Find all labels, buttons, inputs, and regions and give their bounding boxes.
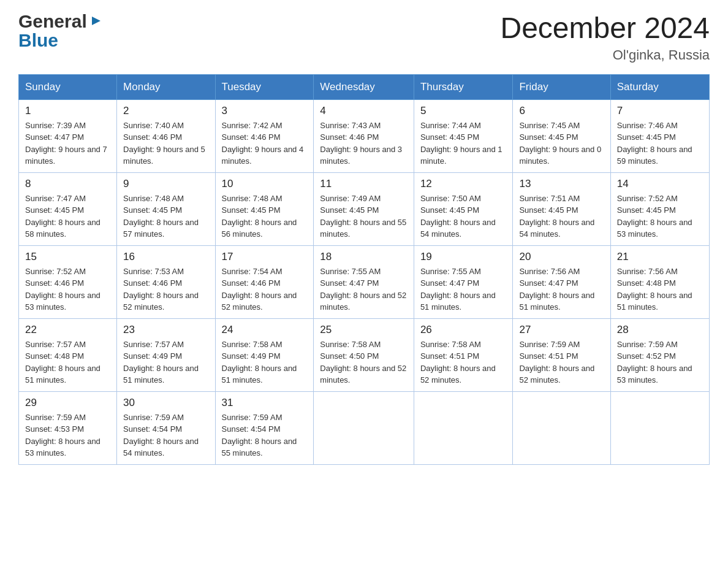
daylight-label: Daylight: 8 hours and 52 minutes.: [123, 291, 199, 312]
day-info: Sunrise: 7:46 AM Sunset: 4:45 PM Dayligh…: [617, 120, 703, 167]
sunset-label: Sunset: 4:54 PM: [123, 424, 182, 434]
day-number: 26: [420, 324, 507, 336]
sunset-label: Sunset: 4:46 PM: [123, 278, 182, 288]
day-number: 6: [519, 105, 604, 117]
daylight-label: Daylight: 8 hours and 54 minutes.: [519, 218, 594, 239]
calendar-cell: 16 Sunrise: 7:53 AM Sunset: 4:46 PM Dayl…: [117, 245, 215, 318]
day-info: Sunrise: 7:47 AM Sunset: 4:45 PM Dayligh…: [25, 193, 110, 240]
daylight-label: Daylight: 8 hours and 52 minutes.: [519, 364, 594, 385]
sunrise-label: Sunrise: 7:43 AM: [320, 121, 381, 130]
day-info: Sunrise: 7:48 AM Sunset: 4:45 PM Dayligh…: [123, 193, 208, 240]
calendar-cell: 26 Sunrise: 7:58 AM Sunset: 4:51 PM Dayl…: [414, 318, 513, 391]
sunrise-label: Sunrise: 7:53 AM: [123, 267, 184, 276]
calendar-cell: 27 Sunrise: 7:59 AM Sunset: 4:51 PM Dayl…: [513, 318, 610, 391]
header-monday: Monday: [117, 74, 215, 99]
day-info: Sunrise: 7:56 AM Sunset: 4:48 PM Dayligh…: [617, 266, 703, 313]
sunrise-label: Sunrise: 7:48 AM: [123, 194, 184, 203]
day-info: Sunrise: 7:51 AM Sunset: 4:45 PM Dayligh…: [519, 193, 604, 240]
calendar-week-row: 1 Sunrise: 7:39 AM Sunset: 4:47 PM Dayli…: [19, 99, 710, 172]
header-friday: Friday: [513, 74, 610, 99]
logo-triangle: [89, 14, 103, 30]
day-number: 5: [420, 105, 507, 117]
sunrise-label: Sunrise: 7:39 AM: [25, 121, 86, 130]
calendar-cell: 3 Sunrise: 7:42 AM Sunset: 4:46 PM Dayli…: [215, 99, 314, 172]
sunset-label: Sunset: 4:46 PM: [222, 278, 281, 288]
calendar-cell: 24 Sunrise: 7:58 AM Sunset: 4:49 PM Dayl…: [215, 318, 314, 391]
calendar-cell: 9 Sunrise: 7:48 AM Sunset: 4:45 PM Dayli…: [117, 172, 215, 245]
location: Ol'ginka, Russia: [500, 47, 710, 63]
daylight-label: Daylight: 8 hours and 53 minutes.: [25, 437, 100, 458]
header-sunday: Sunday: [19, 74, 117, 99]
daylight-label: Daylight: 8 hours and 54 minutes.: [123, 437, 199, 458]
day-info: Sunrise: 7:59 AM Sunset: 4:54 PM Dayligh…: [123, 412, 208, 459]
daylight-label: Daylight: 9 hours and 4 minutes.: [222, 145, 304, 166]
sunset-label: Sunset: 4:54 PM: [222, 424, 281, 434]
day-info: Sunrise: 7:57 AM Sunset: 4:48 PM Dayligh…: [25, 339, 110, 386]
sunset-label: Sunset: 4:48 PM: [25, 351, 84, 361]
daylight-label: Daylight: 8 hours and 56 minutes.: [222, 218, 297, 239]
sunrise-label: Sunrise: 7:56 AM: [519, 267, 580, 276]
sunrise-label: Sunrise: 7:59 AM: [123, 413, 184, 422]
sunset-label: Sunset: 4:46 PM: [222, 132, 281, 142]
day-info: Sunrise: 7:59 AM Sunset: 4:51 PM Dayligh…: [519, 339, 604, 386]
day-number: 22: [25, 324, 110, 336]
day-info: Sunrise: 7:57 AM Sunset: 4:49 PM Dayligh…: [123, 339, 208, 386]
day-number: 2: [123, 105, 208, 117]
day-number: 25: [320, 324, 408, 336]
sunset-label: Sunset: 4:45 PM: [617, 132, 676, 142]
calendar-cell: [414, 391, 513, 464]
calendar-cell: [610, 391, 709, 464]
calendar-week-row: 15 Sunrise: 7:52 AM Sunset: 4:46 PM Dayl…: [19, 245, 710, 318]
day-number: 18: [320, 251, 408, 263]
sunset-label: Sunset: 4:51 PM: [519, 351, 578, 361]
sunrise-label: Sunrise: 7:40 AM: [123, 121, 184, 130]
sunrise-label: Sunrise: 7:42 AM: [222, 121, 282, 130]
sunset-label: Sunset: 4:46 PM: [123, 132, 182, 142]
day-number: 3: [222, 105, 308, 117]
sunset-label: Sunset: 4:45 PM: [519, 205, 578, 215]
sunrise-label: Sunrise: 7:44 AM: [420, 121, 481, 130]
header-tuesday: Tuesday: [215, 74, 314, 99]
calendar-cell: 7 Sunrise: 7:46 AM Sunset: 4:45 PM Dayli…: [610, 99, 709, 172]
sunrise-label: Sunrise: 7:54 AM: [222, 267, 282, 276]
daylight-label: Daylight: 9 hours and 5 minutes.: [123, 145, 205, 166]
daylight-label: Daylight: 8 hours and 54 minutes.: [420, 218, 496, 239]
calendar-cell: 18 Sunrise: 7:55 AM Sunset: 4:47 PM Dayl…: [314, 245, 414, 318]
sunrise-label: Sunrise: 7:59 AM: [25, 413, 86, 422]
day-info: Sunrise: 7:52 AM Sunset: 4:46 PM Dayligh…: [25, 266, 110, 313]
sunset-label: Sunset: 4:47 PM: [519, 278, 578, 288]
daylight-label: Daylight: 8 hours and 52 minutes.: [320, 364, 406, 385]
day-info: Sunrise: 7:59 AM Sunset: 4:52 PM Dayligh…: [617, 339, 703, 386]
sunset-label: Sunset: 4:45 PM: [25, 205, 84, 215]
day-info: Sunrise: 7:58 AM Sunset: 4:51 PM Dayligh…: [420, 339, 507, 386]
day-number: 7: [617, 105, 703, 117]
sunrise-label: Sunrise: 7:59 AM: [222, 413, 282, 422]
daylight-label: Daylight: 8 hours and 51 minutes.: [123, 364, 199, 385]
day-number: 24: [222, 324, 308, 336]
daylight-label: Daylight: 8 hours and 51 minutes.: [25, 364, 100, 385]
daylight-label: Daylight: 8 hours and 55 minutes.: [320, 218, 406, 239]
daylight-label: Daylight: 8 hours and 53 minutes.: [617, 364, 692, 385]
day-info: Sunrise: 7:40 AM Sunset: 4:46 PM Dayligh…: [123, 120, 208, 167]
sunrise-label: Sunrise: 7:45 AM: [519, 121, 580, 130]
sunrise-label: Sunrise: 7:57 AM: [25, 340, 86, 349]
sunrise-label: Sunrise: 7:50 AM: [420, 194, 481, 203]
day-info: Sunrise: 7:54 AM Sunset: 4:46 PM Dayligh…: [222, 266, 308, 313]
sunrise-label: Sunrise: 7:49 AM: [320, 194, 381, 203]
day-number: 13: [519, 178, 604, 190]
calendar-week-row: 22 Sunrise: 7:57 AM Sunset: 4:48 PM Dayl…: [19, 318, 710, 391]
logo-general: General: [18, 12, 87, 31]
weekday-header-row: Sunday Monday Tuesday Wednesday Thursday…: [19, 74, 710, 99]
sunset-label: Sunset: 4:45 PM: [519, 132, 578, 142]
sunset-label: Sunset: 4:45 PM: [123, 205, 182, 215]
svg-marker-0: [92, 17, 100, 25]
sunset-label: Sunset: 4:46 PM: [320, 132, 379, 142]
day-info: Sunrise: 7:45 AM Sunset: 4:45 PM Dayligh…: [519, 120, 604, 167]
calendar-cell: 22 Sunrise: 7:57 AM Sunset: 4:48 PM Dayl…: [19, 318, 117, 391]
sunrise-label: Sunrise: 7:47 AM: [25, 194, 86, 203]
sunset-label: Sunset: 4:48 PM: [617, 278, 676, 288]
sunset-label: Sunset: 4:47 PM: [25, 132, 84, 142]
logo: General Blue: [18, 12, 103, 50]
calendar-cell: 23 Sunrise: 7:57 AM Sunset: 4:49 PM Dayl…: [117, 318, 215, 391]
daylight-label: Daylight: 8 hours and 52 minutes.: [420, 364, 496, 385]
